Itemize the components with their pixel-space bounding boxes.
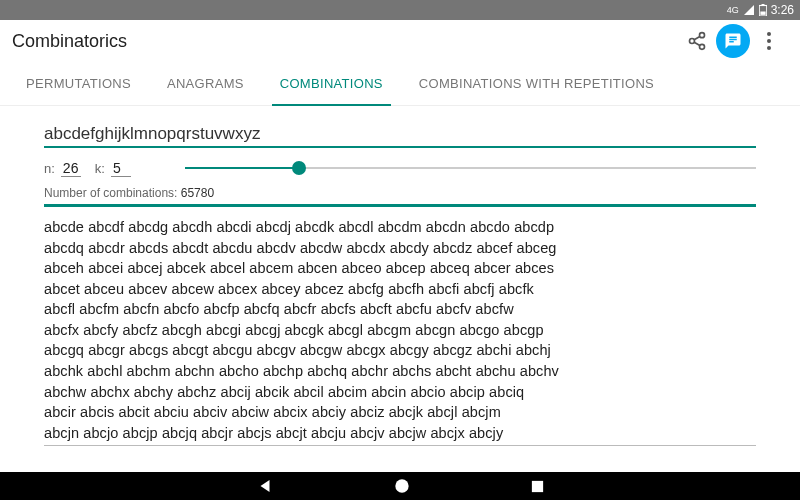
app-title: Combinatorics (12, 31, 678, 52)
network-indicator: 4G (727, 5, 739, 15)
app-bar: Combinatorics (0, 20, 800, 62)
more-vert-icon (767, 32, 771, 50)
share-icon (687, 31, 707, 51)
k-slider[interactable] (185, 158, 756, 178)
svg-point-8 (395, 479, 408, 492)
svg-point-3 (700, 33, 705, 38)
tab-anagrams[interactable]: ANAGRAMS (149, 62, 262, 106)
alphabet-input[interactable]: abcdefghijklmnopqrstuvwxyz (44, 120, 756, 148)
share-button[interactable] (678, 22, 716, 60)
tab-bar: PERMUTATIONS ANAGRAMS COMBINATIONS COMBI… (0, 62, 800, 106)
count-value: 65780 (181, 186, 214, 200)
svg-line-7 (694, 42, 700, 45)
android-status-bar: 4G 3:26 (0, 0, 800, 20)
n-label: n: (44, 161, 55, 176)
slider-fill (185, 167, 299, 169)
slider-track (185, 167, 756, 169)
k-label: k: (95, 161, 105, 176)
k-field[interactable]: 5 (111, 160, 131, 177)
params-row: n: 26 k: 5 (44, 158, 756, 178)
svg-rect-9 (531, 480, 542, 491)
tab-combinations-repetitions[interactable]: COMBINATIONS WITH REPETITIONS (401, 62, 672, 106)
svg-line-6 (694, 36, 700, 39)
notes-button[interactable] (716, 24, 750, 58)
svg-rect-2 (760, 12, 765, 15)
recents-button[interactable] (530, 479, 545, 494)
tab-permutations[interactable]: PERMUTATIONS (8, 62, 149, 106)
signal-icon (743, 4, 755, 16)
notes-icon (724, 32, 742, 50)
results-list: abcde abcdf abcdg abcdh abcdi abcdj abcd… (44, 207, 756, 443)
back-button[interactable] (256, 477, 274, 495)
clock: 3:26 (771, 3, 794, 17)
svg-rect-1 (761, 4, 764, 6)
svg-point-5 (700, 44, 705, 49)
n-field[interactable]: 26 (61, 160, 81, 177)
battery-icon (759, 4, 767, 16)
overflow-menu-button[interactable] (750, 22, 788, 60)
android-nav-bar (0, 472, 800, 500)
tab-combinations[interactable]: COMBINATIONS (262, 62, 401, 106)
slider-thumb[interactable] (292, 161, 306, 175)
svg-point-4 (690, 39, 695, 44)
home-button[interactable] (394, 478, 410, 494)
count-row: Number of combinations: 65780 (44, 186, 756, 207)
count-label: Number of combinations: (44, 186, 177, 200)
